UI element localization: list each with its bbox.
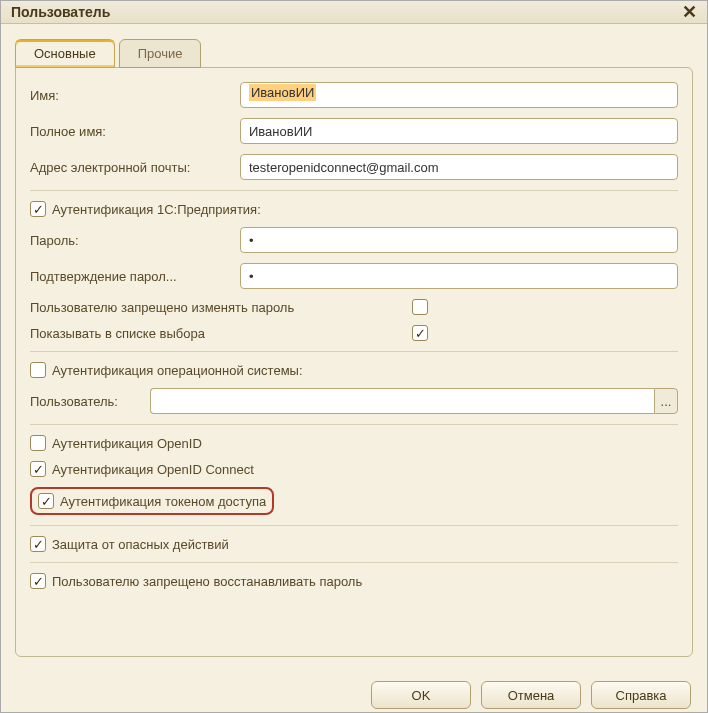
auth-1c-checkbox[interactable] <box>30 201 46 217</box>
name-input[interactable]: ИвановИИ <box>240 82 678 108</box>
fullname-label: Полное имя: <box>30 124 240 139</box>
auth-openid-checkbox[interactable] <box>30 435 46 451</box>
password-input[interactable] <box>240 227 678 253</box>
cannot-change-pw-checkbox[interactable] <box>412 299 428 315</box>
cannot-restore-pw-checkbox[interactable] <box>30 573 46 589</box>
divider <box>30 562 678 563</box>
email-input[interactable] <box>240 154 678 180</box>
email-label: Адрес электронной почты: <box>30 160 240 175</box>
password-confirm-input[interactable] <box>240 263 678 289</box>
auth-1c-label: Аутентификация 1С:Предприятия: <box>52 202 261 217</box>
titlebar: Пользователь ✕ <box>1 1 707 24</box>
close-icon[interactable]: ✕ <box>682 1 697 23</box>
auth-openid-connect-checkbox[interactable] <box>30 461 46 477</box>
auth-openid-label: Аутентификация OpenID <box>52 436 202 451</box>
divider <box>30 525 678 526</box>
os-user-label: Пользователь: <box>30 394 150 409</box>
safe-actions-label: Защита от опасных действий <box>52 537 229 552</box>
tab-other[interactable]: Прочие <box>119 39 202 68</box>
auth-token-checkbox[interactable] <box>38 493 54 509</box>
ok-button[interactable]: OK <box>371 681 471 709</box>
divider <box>30 424 678 425</box>
divider <box>30 190 678 191</box>
content-area: Основные Прочие Имя: ИвановИИ Полное имя… <box>1 24 707 671</box>
footer: OK Отмена Справка <box>1 671 707 713</box>
password-confirm-label: Подтверждение парол... <box>30 269 240 284</box>
user-window: Пользователь ✕ Основные Прочие Имя: Иван… <box>0 0 708 713</box>
os-user-browse-button[interactable]: ... <box>654 388 678 414</box>
show-in-list-label: Показывать в списке выбора <box>30 326 412 341</box>
help-button[interactable]: Справка <box>591 681 691 709</box>
safe-actions-checkbox[interactable] <box>30 536 46 552</box>
auth-os-label: Аутентификация операционной системы: <box>52 363 303 378</box>
cannot-change-pw-label: Пользователю запрещено изменять пароль <box>30 300 412 315</box>
auth-token-label: Аутентификация токеном доступа <box>60 494 266 509</box>
password-label: Пароль: <box>30 233 240 248</box>
tab-main[interactable]: Основные <box>15 39 115 68</box>
cancel-button[interactable]: Отмена <box>481 681 581 709</box>
tab-panel-main: Имя: ИвановИИ Полное имя: Адрес электрон… <box>15 67 693 657</box>
window-title: Пользователь <box>11 4 110 20</box>
cannot-restore-pw-label: Пользователю запрещено восстанавливать п… <box>52 574 362 589</box>
ellipsis-icon: ... <box>661 394 672 409</box>
os-user-input[interactable] <box>150 388 654 414</box>
show-in-list-checkbox[interactable] <box>412 325 428 341</box>
divider <box>30 351 678 352</box>
auth-os-checkbox[interactable] <box>30 362 46 378</box>
tabs: Основные Прочие <box>15 38 693 67</box>
auth-openid-connect-label: Аутентификация OpenID Connect <box>52 462 254 477</box>
auth-token-highlight: Аутентификация токеном доступа <box>30 487 274 515</box>
fullname-input[interactable] <box>240 118 678 144</box>
name-label: Имя: <box>30 88 240 103</box>
